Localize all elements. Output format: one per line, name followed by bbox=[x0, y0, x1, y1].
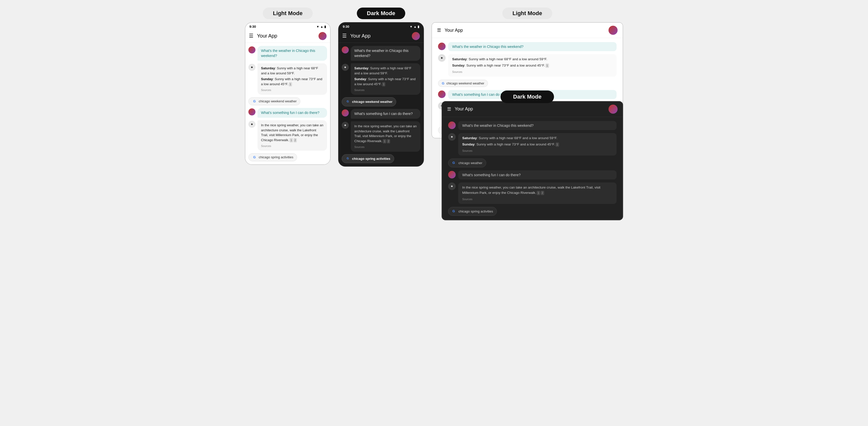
dark-search-chip-1[interactable]: G chicago weekend weather bbox=[342, 97, 396, 106]
cite-2b: 2 bbox=[293, 138, 297, 142]
desktop-hamburger-dark[interactable]: ☰ bbox=[447, 106, 451, 112]
signal-icon-dark: ▲ bbox=[413, 25, 416, 29]
status-time-dark: 9:30 bbox=[343, 25, 349, 29]
svg-text:G: G bbox=[347, 100, 349, 103]
dl-cite-1: 1 bbox=[546, 64, 549, 68]
ai-bubble-2: In the nice spring weather, you can take… bbox=[257, 120, 327, 151]
avatar-light[interactable] bbox=[318, 32, 327, 40]
ai-bubble-1: Saturday: Sunny with a high near 68°F an… bbox=[257, 63, 327, 95]
app-header-light: ☰ Your App bbox=[245, 30, 330, 43]
search-chip-2[interactable]: G chicago spring activities bbox=[248, 153, 297, 161]
dark-overlay-container: Dark Mode ☰ Your App What's the weather … bbox=[432, 96, 623, 220]
dd-cite-1: 1 bbox=[556, 142, 559, 147]
dd-ai-avatar-1: ✦ bbox=[448, 133, 456, 141]
sources-label-1: Sources bbox=[261, 88, 323, 92]
dark-cite-2b: 2 bbox=[387, 139, 391, 143]
hamburger-icon[interactable]: ☰ bbox=[249, 33, 253, 39]
dl-user-avatar-1 bbox=[438, 43, 445, 50]
dd-user-bubble-1: What's the weather in Chicago this weeke… bbox=[458, 121, 617, 130]
user-msg-2: What's something fun I can do there? bbox=[248, 108, 327, 118]
dark-saturday-label: Saturday bbox=[354, 66, 368, 70]
battery-icon-dark: ▮ bbox=[417, 25, 420, 29]
status-icons-dark: ▼ ▲ ▮ bbox=[409, 25, 420, 29]
dd-chip-1[interactable]: G chicago weather bbox=[448, 159, 486, 167]
desktop-title-dark: Your App bbox=[455, 106, 609, 112]
dark-user-msg-1: What's the weather in Chicago this weeke… bbox=[342, 46, 421, 61]
dd-ai-bubble-1: Saturday: Sunny with a high near 68°F an… bbox=[458, 133, 617, 156]
dark-ai-msg-2: ✦ In the nice spring weather, you can ta… bbox=[342, 121, 421, 152]
desktop-title-light: Your App bbox=[444, 28, 609, 33]
light-mode-label-2: Light Mode bbox=[502, 7, 552, 19]
app-header-dark: ☰ Your App bbox=[339, 30, 424, 43]
desktop-avatar-dark[interactable] bbox=[609, 105, 618, 114]
chat-area-dark: What's the weather in Chicago this weeke… bbox=[339, 43, 424, 166]
chip-text-2: chicago spring activities bbox=[259, 155, 293, 159]
search-chip-1[interactable]: G chicago weekend weather bbox=[248, 97, 300, 105]
dl-sources-1: Sources bbox=[452, 70, 613, 74]
dl-chip-1[interactable]: G chicago weekend weather bbox=[438, 80, 488, 87]
dl-saturday-label: Saturday bbox=[452, 57, 467, 61]
dd-google-icon-2: G bbox=[452, 209, 457, 214]
dd-ai-avatar-2: ✦ bbox=[448, 183, 456, 190]
dark-search-chip-2[interactable]: G chicago spring activities bbox=[342, 154, 394, 163]
dark-chip-text-2: chicago spring activities bbox=[352, 157, 391, 161]
dd-google-icon-1: G bbox=[452, 160, 457, 166]
dd-user-avatar-1 bbox=[448, 122, 456, 129]
wifi-icon-dark: ▼ bbox=[409, 25, 412, 29]
dl-user-msg-1: What's the weather in Chicago this weeke… bbox=[438, 42, 617, 51]
dark-user-avatar-2 bbox=[342, 109, 349, 117]
status-icons: ▼ ▲ ▮ bbox=[316, 25, 326, 29]
svg-text:G: G bbox=[453, 161, 455, 165]
ai-avatar-2: ✦ bbox=[248, 121, 255, 128]
dd-user-msg-2: What's something fun I can do there? bbox=[448, 170, 617, 179]
sunday-label: Sunday bbox=[261, 77, 273, 81]
dd-ai-msg-1: ✦ Saturday: Sunny with a high near 68°F … bbox=[448, 133, 617, 156]
dl-sunday-label: Sunday bbox=[452, 64, 465, 67]
dd-ai-response-text: In the nice spring weather, you can take… bbox=[462, 186, 600, 195]
wifi-icon: ▼ bbox=[316, 25, 319, 29]
dd-ai-bubble-2: In the nice spring weather, you can take… bbox=[458, 183, 617, 204]
dd-user-avatar-2 bbox=[448, 171, 456, 178]
desktop-chat-dark: What's the weather in Chicago this weeke… bbox=[442, 117, 623, 220]
user-bubble-1: What's the weather in Chicago this weeke… bbox=[257, 46, 327, 61]
chip-text-1: chicago weekend weather bbox=[259, 99, 297, 103]
saturday-label: Saturday bbox=[261, 66, 275, 70]
light-phone-frame: 9:30 ▼ ▲ ▮ ☰ Your App What's the weather… bbox=[245, 22, 331, 165]
dd-sunday-text: : Sunny with a high near 73°F and a low … bbox=[474, 142, 555, 146]
dl-chip-text-1: chicago weekend weather bbox=[446, 81, 484, 85]
dark-ai-bubble-2: In the nice spring weather, you can take… bbox=[351, 121, 421, 152]
dark-user-bubble-1: What's the weather in Chicago this weeke… bbox=[351, 46, 421, 61]
dd-chip-2[interactable]: G chicago spring activities bbox=[448, 207, 497, 216]
dark-mode-label-1: Dark Mode bbox=[357, 7, 405, 19]
desktop-hamburger-light[interactable]: ☰ bbox=[437, 28, 441, 33]
dark-sources-1: Sources bbox=[354, 88, 417, 92]
ai-msg-1: ✦ Saturday: Sunny with a high near 68°F … bbox=[248, 63, 327, 95]
dd-chip-text-1: chicago weather bbox=[459, 161, 483, 165]
user-avatar-1 bbox=[248, 46, 255, 54]
dl-saturday-text: : Sunny with a high near 68°F and a low … bbox=[467, 57, 547, 61]
dd-ai-msg-2: ✦ In the nice spring weather, you can ta… bbox=[448, 183, 617, 204]
dark-user-bubble-2: What's something fun I can do there? bbox=[351, 109, 421, 119]
dark-user-avatar-1 bbox=[342, 46, 349, 54]
dd-sunday-label: Sunday bbox=[462, 142, 474, 146]
dl-ai-msg-1: ✦ Saturday: Sunny with a high near 68°F … bbox=[438, 54, 617, 77]
hamburger-icon-dark[interactable]: ☰ bbox=[342, 33, 347, 39]
cite-2a: 1 bbox=[289, 138, 293, 142]
dark-ai-avatar-2: ✦ bbox=[342, 122, 349, 129]
battery-icon: ▮ bbox=[324, 25, 326, 29]
app-title-light: Your App bbox=[257, 33, 318, 39]
dark-sources-2: Sources bbox=[354, 145, 417, 149]
dd-chip-text-2: chicago spring activities bbox=[459, 209, 493, 213]
google-icon-2: G bbox=[252, 155, 257, 160]
dd-cite-2b: 2 bbox=[541, 191, 544, 195]
signal-icon: ▲ bbox=[320, 25, 323, 29]
dark-ai-avatar-1: ✦ bbox=[342, 64, 349, 71]
dark-user-msg-2: What's something fun I can do there? bbox=[342, 109, 421, 119]
dark-ai-msg-1: ✦ Saturday: Sunny with a high near 68°F … bbox=[342, 63, 421, 95]
ai-avatar-1: ✦ bbox=[248, 64, 255, 71]
dl-sunday-text: : Sunny with a high near 73°F and a low … bbox=[465, 64, 545, 67]
avatar-dark[interactable] bbox=[412, 32, 420, 40]
desktop-avatar-light[interactable] bbox=[609, 26, 618, 35]
svg-text:G: G bbox=[347, 157, 349, 160]
status-bar-dark: 9:30 ▼ ▲ ▮ bbox=[339, 23, 424, 30]
